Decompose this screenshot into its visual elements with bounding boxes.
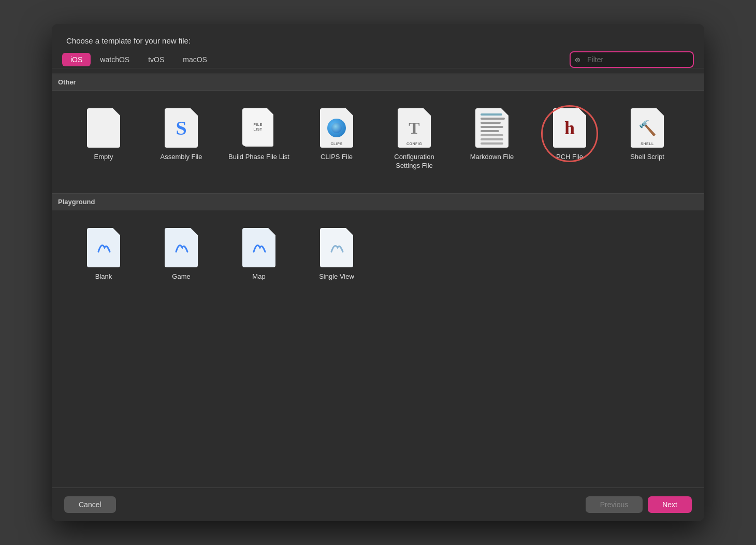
file-item-assembly[interactable]: S Assembly File — [145, 101, 217, 178]
file-label-assembly: Assembly File — [161, 153, 202, 162]
file-item-pch[interactable]: h PCH File — [533, 101, 606, 178]
file-item-shell[interactable]: 🔨 SHELL Shell Script — [611, 101, 684, 178]
file-label-shell: Shell Script — [630, 153, 664, 162]
next-button[interactable]: Next — [648, 496, 692, 513]
tab-tvos[interactable]: tvOS — [139, 51, 173, 68]
pch-file-icon: h — [553, 108, 586, 148]
content-area: Other Empty S — [52, 68, 704, 487]
file-label-build-phase: Build Phase File List — [228, 153, 289, 162]
tab-watchos[interactable]: watchOS — [91, 51, 139, 68]
file-grid-other: Empty S Assembly File — [62, 91, 694, 188]
filter-icon: ⊜ — [575, 56, 580, 64]
file-label-empty: Empty — [94, 153, 113, 162]
file-item-map[interactable]: Map — [223, 221, 295, 289]
clips-file-icon: CLIPS — [320, 108, 353, 148]
markdown-file-icon — [475, 108, 508, 148]
file-item-config[interactable]: T CONFIG Configuration Settings File — [378, 101, 450, 178]
config-file-icon: T CONFIG — [398, 108, 431, 148]
section-header-playground: Playground — [52, 193, 704, 210]
file-item-single-view[interactable]: Single View — [300, 221, 373, 289]
file-item-clips[interactable]: CLIPS CLIPS File — [300, 101, 373, 178]
file-grid-playground: Blank Game — [62, 210, 694, 299]
section-playground: Playground Bla — [62, 193, 694, 299]
single-view-playground-icon — [320, 228, 353, 267]
file-item-markdown[interactable]: Markdown File — [456, 101, 528, 178]
previous-button[interactable]: Previous — [586, 496, 643, 513]
filelist-file-icon: FILELIST — [242, 108, 275, 148]
cancel-button[interactable]: Cancel — [64, 496, 116, 513]
blank-playground-icon — [87, 228, 120, 267]
empty-file-icon — [87, 108, 120, 148]
file-label-map: Map — [252, 272, 265, 281]
tab-bar: iOS watchOS tvOS macOS ⊜ — [52, 51, 704, 68]
assembly-file-icon: S — [165, 108, 198, 148]
file-item-blank[interactable]: Blank — [67, 221, 140, 289]
section-other: Other Empty S — [62, 74, 694, 188]
filter-input[interactable] — [570, 51, 694, 68]
file-label-pch: PCH File — [556, 153, 583, 162]
file-item-empty[interactable]: Empty — [67, 101, 140, 178]
footer-right: Previous Next — [586, 496, 692, 513]
new-file-dialog: Choose a template for your new file: iOS… — [52, 24, 704, 521]
file-label-clips: CLIPS File — [321, 153, 353, 162]
dialog-footer: Cancel Previous Next — [52, 487, 704, 521]
file-label-single-view: Single View — [319, 272, 354, 281]
shell-file-icon: 🔨 SHELL — [631, 108, 664, 148]
file-label-config: Configuration Settings File — [383, 153, 445, 170]
file-label-blank: Blank — [95, 272, 112, 281]
filter-container: ⊜ — [570, 51, 694, 68]
file-label-game: Game — [172, 272, 190, 281]
tab-macos[interactable]: macOS — [173, 51, 216, 68]
section-header-other: Other — [52, 74, 704, 91]
file-item-game[interactable]: Game — [145, 221, 217, 289]
game-playground-icon — [165, 228, 198, 267]
file-item-build-phase[interactable]: FILELIST Build Phase File List — [223, 101, 295, 178]
tab-ios[interactable]: iOS — [62, 53, 91, 66]
map-playground-icon — [242, 228, 275, 267]
dialog-title: Choose a template for your new file: — [52, 24, 704, 51]
file-label-markdown: Markdown File — [470, 153, 514, 162]
